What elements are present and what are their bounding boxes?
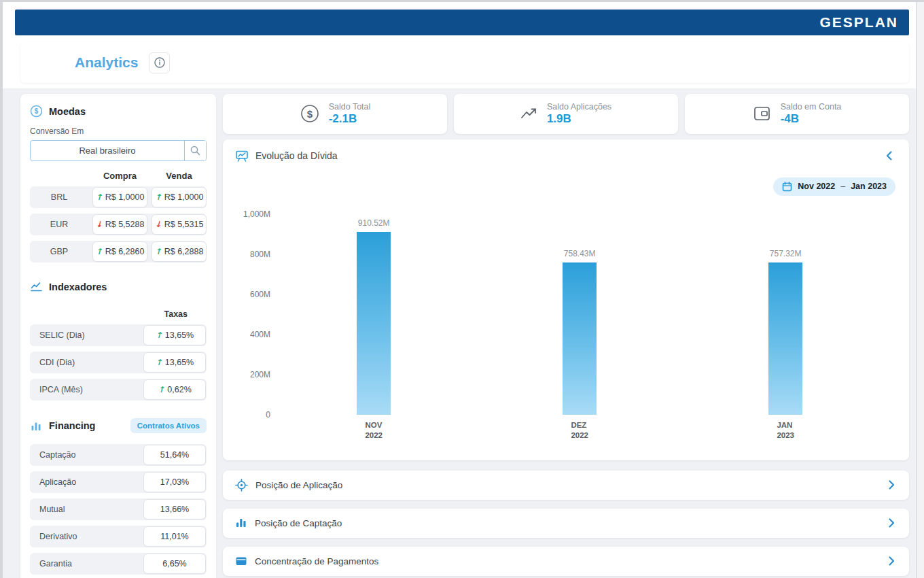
bar-nov-2022 [357, 232, 391, 415]
bars-icon [30, 420, 43, 432]
index-row: SELIC (Dia) 13,65% [30, 324, 207, 346]
trend-arrow-icon [96, 247, 103, 256]
financing-label: Aplicação [39, 471, 76, 493]
panel-title: Concentração de Pagamentos [255, 556, 378, 566]
kpi-value: 1.9B [547, 112, 611, 126]
trend-arrow-icon [156, 358, 162, 367]
x-axis-label: JAN2023 [777, 420, 794, 441]
financing-row: Derivativo 11,01% [30, 526, 207, 547]
currency-code: BRL [30, 192, 88, 202]
currency-row: EUR R$ 5,5288 R$ 5,5315 [30, 214, 207, 235]
target-icon [235, 479, 248, 492]
financing-section-header: Financing Contratos Ativos [30, 418, 207, 433]
kpi-label: Saldo Total [329, 102, 371, 112]
currency-code: EUR [30, 220, 88, 229]
financing-row: Garantia 6,65% [30, 553, 207, 575]
wallet-icon [753, 105, 772, 122]
contratos-ativos-badge: Contratos Ativos [130, 418, 207, 433]
debt-evolution-panel: Evolução da Dívida Nov 2022 – Jan 202 [223, 139, 909, 460]
currency-search-box [30, 140, 207, 161]
compra-value: R$ 1,0000 [92, 187, 147, 207]
info-button[interactable] [149, 52, 170, 73]
dollar-circle-icon: $ [300, 103, 320, 124]
col-header-compra: Compra [92, 171, 147, 181]
x-axis-label: NOV2022 [365, 420, 383, 441]
financing-label: Captação [39, 444, 76, 466]
svg-text:$: $ [35, 107, 39, 115]
financing-value: 17,03% [143, 472, 206, 492]
trend-arrow-icon [96, 220, 103, 229]
info-icon [154, 56, 166, 69]
venda-value: R$ 5,5315 [152, 214, 207, 235]
trend-arrow-icon [96, 192, 103, 202]
top-navigation-bar: GESPLAN [15, 10, 909, 35]
trend-arrow-icon [155, 220, 162, 229]
chevron-right-icon[interactable] [886, 556, 897, 566]
taxa-value: 13,65% [143, 325, 206, 345]
trend-arrow-icon [158, 385, 164, 394]
sidebar: $ Moedas Conversão Em Compra [20, 94, 216, 578]
compra-value: R$ 5,5288 [92, 214, 147, 235]
venda-value: R$ 1,0000 [152, 187, 207, 207]
collapse-panel-button[interactable] [882, 148, 897, 163]
chevron-right-icon[interactable] [886, 517, 897, 528]
conversion-label: Conversão Em [30, 126, 207, 136]
search-icon [190, 145, 201, 156]
financing-value: 51,64% [143, 445, 206, 465]
index-row: CDI (Dia) 13,65% [30, 352, 207, 373]
bar-jan-2023 [768, 262, 802, 414]
bar-data-label: 757.32M [770, 249, 802, 258]
bar-data-label: 910.52M [358, 218, 390, 228]
financing-value: 13,66% [143, 499, 206, 520]
svg-text:$: $ [307, 108, 313, 120]
venda-value: R$ 6,2888 [152, 241, 207, 262]
calendar-icon [782, 182, 792, 192]
col-header-taxas: Taxas [30, 309, 207, 319]
main-content: $ Saldo Total -2.1B Saldo Aplicações [223, 94, 909, 578]
currency-search-input[interactable] [31, 141, 184, 160]
financing-label: Garantia [39, 553, 72, 575]
app-window: GESPLAN Analytics $ Moedas Conversão Em [0, 0, 924, 578]
financing-label: Mutual [39, 498, 65, 520]
search-button[interactable] [184, 141, 206, 160]
index-label: CDI (Dia) [39, 352, 75, 373]
panel-posicao-de-captacao[interactable]: Posição de Captação [223, 509, 909, 538]
date-range-separator: – [840, 182, 845, 191]
trend-arrow-icon [155, 192, 162, 202]
bar-data-label: 758.43M [564, 249, 596, 258]
trending-up-icon [520, 106, 538, 121]
taxa-value: 0,62% [143, 379, 206, 400]
kpi-saldo-total: $ Saldo Total -2.1B [223, 94, 447, 134]
financing-label: Derivativo [39, 526, 77, 547]
gesplan-logo: GESPLAN [819, 14, 898, 31]
currency-code: GBP [30, 247, 88, 256]
kpi-label: Saldo em Conta [781, 102, 842, 112]
panel-concentracao-de-pagamentos[interactable]: Concentração de Pagamentos [223, 547, 909, 576]
date-range-end: Jan 2023 [851, 182, 887, 191]
financing-row: Aplicação 17,03% [30, 471, 207, 493]
moedas-title: Moedas [49, 106, 86, 117]
indexadores-section-header: Indexadores [30, 280, 207, 293]
kpi-value: -4B [781, 112, 842, 126]
trend-arrow-icon [156, 330, 162, 340]
dollar-circle-icon: $ [30, 105, 43, 118]
kpi-label: Saldo Aplicações [547, 102, 611, 112]
bar-chart-plot: 910.52M 758.43M 757.32M [223, 214, 909, 415]
panel-title: Evolução da Dívida [255, 150, 338, 161]
chevron-right-icon[interactable] [886, 479, 897, 490]
financing-value: 6,65% [143, 554, 206, 574]
financing-row: Mutual 13,66% [30, 498, 207, 520]
index-row: IPCA (Mês) 0,62% [30, 379, 207, 401]
kpi-value: -2.1B [329, 112, 371, 126]
trend-arrow-icon [155, 247, 162, 256]
index-label: IPCA (Mês) [39, 379, 83, 401]
presentation-chart-icon [235, 149, 249, 163]
index-label: SELIC (Dia) [39, 324, 85, 346]
page-header: Analytics [20, 42, 909, 83]
col-header-venda: Venda [152, 171, 207, 181]
scrollbar-track[interactable] [916, 2, 924, 578]
panel-posicao-de-aplicacao[interactable]: Posição de Aplicação [223, 471, 909, 500]
date-range-picker[interactable]: Nov 2022 – Jan 2023 [773, 177, 895, 196]
currency-row: BRL R$ 1,0000 R$ 1,0000 [30, 186, 207, 208]
moedas-section-header: $ Moedas [30, 105, 207, 118]
